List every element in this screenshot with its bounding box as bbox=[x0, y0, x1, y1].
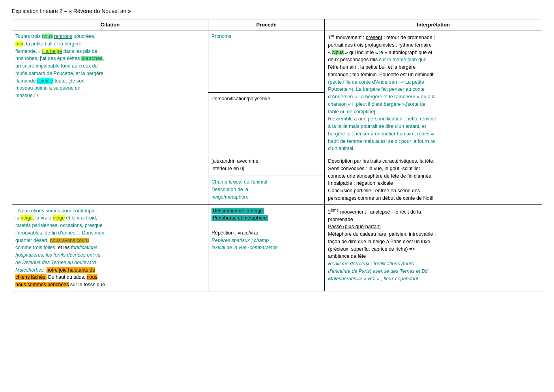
page-title: Explication linéaire 2 – « Rêverie du No… bbox=[12, 8, 542, 14]
header-interp: Interprétation bbox=[325, 19, 542, 30]
main-table: Citation Procédé Interprétation Toutes t… bbox=[12, 19, 542, 291]
table-row: Toutes trois nous rentrons poudrées,moi,… bbox=[12, 30, 542, 93]
header-citation: Citation bbox=[12, 19, 208, 30]
table-row: Nous étions sorties pour contemplerla ne… bbox=[12, 204, 542, 291]
header-procede: Procédé bbox=[208, 19, 324, 30]
